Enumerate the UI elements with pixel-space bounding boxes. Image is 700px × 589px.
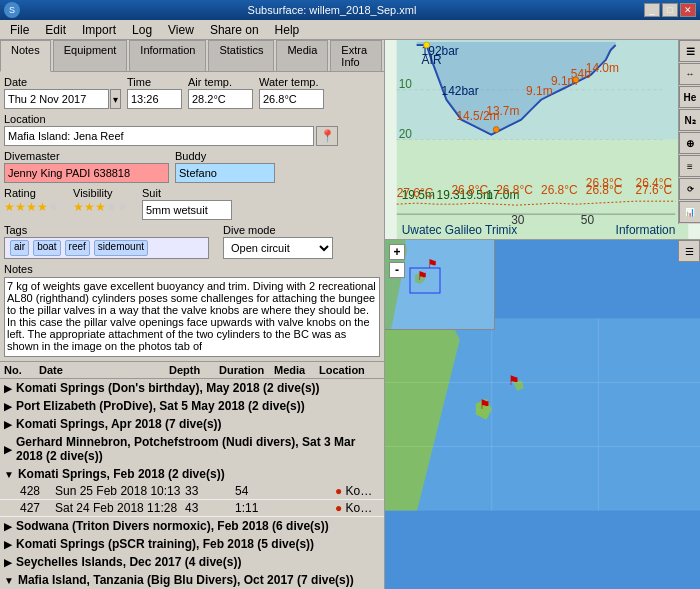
svg-text:27.6°C: 27.6°C	[397, 186, 434, 200]
time-input[interactable]	[127, 89, 182, 109]
group-portelizabeth[interactable]: ▶ Port Elizabeth (ProDive), Sat 5 May 20…	[0, 397, 384, 415]
svg-point-28	[573, 77, 579, 83]
group-sodwana[interactable]: ▶ Sodwana (Triton Divers normoxic), Feb …	[0, 517, 384, 535]
notes-textarea[interactable]: 7 kg of weights gave excellent buoyancy …	[4, 277, 380, 357]
group-label: Komati Springs, Feb 2018 (2 dive(s))	[18, 467, 225, 481]
menu-edit[interactable]: Edit	[37, 21, 74, 39]
buddy-input[interactable]	[175, 163, 275, 183]
dive-location: ● Komati Springs	[335, 484, 380, 498]
tab-bar: Notes Equipment Information Statistics M…	[0, 40, 384, 72]
toolbar-btn-he[interactable]: He	[679, 86, 700, 108]
map-menu-button[interactable]: ☰	[678, 240, 700, 262]
svg-text:AIR: AIR	[422, 53, 442, 67]
toolbar-btn-n2[interactable]: N₂	[679, 109, 700, 131]
date-label: Date	[4, 76, 121, 88]
expand-icon: ▶	[4, 557, 12, 568]
suit-label: Suit	[142, 187, 232, 199]
toolbar-btn-resize[interactable]: ↔	[679, 63, 700, 85]
col-header-no: No.	[4, 364, 39, 376]
menubar: File Edit Import Log View Share on Help	[0, 20, 700, 40]
divemode-select[interactable]: Open circuit	[223, 237, 333, 259]
tab-information[interactable]: Information	[129, 40, 206, 71]
menu-shareon[interactable]: Share on	[202, 21, 267, 39]
tags-container[interactable]: air boat reef sidemount	[4, 237, 209, 259]
graph-svg: 10 20 192bar AIR 142bar 14.5/2m 13.7m 9.…	[385, 40, 700, 239]
expand-icon: ▶	[4, 401, 12, 412]
tag-boat: boat	[33, 240, 60, 256]
minimize-button[interactable]: _	[644, 3, 660, 17]
app-icon: S	[4, 2, 20, 18]
divemode-label: Dive mode	[223, 224, 333, 236]
rating-stars[interactable]: ★★★★★	[4, 200, 59, 214]
date-input[interactable]	[4, 89, 109, 109]
tag-air: air	[10, 240, 29, 256]
group-gerhard[interactable]: ▶ Gerhard Minnebron, Potchefstroom (Nudi…	[0, 433, 384, 465]
hamburger-icon: ☰	[685, 246, 694, 257]
divemaster-input[interactable]	[4, 163, 169, 183]
svg-text:26.8°C: 26.8°C	[541, 183, 578, 197]
group-seychelles[interactable]: ▶ Seychelles Islands, Dec 2017 (4 dive(s…	[0, 553, 384, 571]
zoom-in-button[interactable]: +	[389, 244, 405, 260]
tab-media[interactable]: Media	[276, 40, 328, 71]
group-komati4[interactable]: ▶ Komati Springs (pSCR training), Feb 20…	[0, 535, 384, 553]
toolbar-btn-menu[interactable]: ☰	[679, 40, 700, 62]
dive-number: 427	[20, 501, 55, 515]
col-header-date: Date	[39, 364, 169, 376]
svg-point-26	[424, 42, 430, 48]
location-map-button[interactable]: 📍	[316, 126, 338, 146]
toolbar-btn-extra2[interactable]: 📊	[679, 201, 700, 223]
tag-reef: reef	[65, 240, 90, 256]
tab-notes[interactable]: Notes	[0, 40, 51, 72]
group-label: Sodwana (Triton Divers normoxic), Feb 20…	[16, 519, 329, 533]
suit-input[interactable]	[142, 200, 232, 220]
dive-row[interactable]: 428 Sun 25 Feb 2018 10:13 33 54 ● Komati…	[0, 483, 384, 500]
group-komati1[interactable]: ▶ Komati Springs (Don's birthday), May 2…	[0, 379, 384, 397]
location-input[interactable]	[4, 126, 314, 146]
tab-extrainfo[interactable]: Extra Info	[330, 40, 382, 71]
svg-text:20: 20	[399, 127, 413, 141]
dive-duration: 1:11	[235, 501, 290, 515]
group-mafia[interactable]: ▼ Mafia Island, Tanzania (Big Blu Divers…	[0, 571, 384, 589]
group-komati3[interactable]: ▼ Komati Springs, Feb 2018 (2 dive(s))	[0, 465, 384, 483]
menu-import[interactable]: Import	[74, 21, 124, 39]
menu-view[interactable]: View	[160, 21, 202, 39]
menu-log[interactable]: Log	[124, 21, 160, 39]
dive-depth: 43	[185, 501, 235, 515]
toolbar-btn-add[interactable]: ⊕	[679, 132, 700, 154]
expand-icon: ▶	[4, 444, 12, 455]
tab-equipment[interactable]: Equipment	[53, 40, 128, 71]
group-komati2[interactable]: ▶ Komati Springs, Apr 2018 (7 dive(s))	[0, 415, 384, 433]
menu-file[interactable]: File	[2, 21, 37, 39]
toolbar-btn-extra[interactable]: ⟳	[679, 178, 700, 200]
svg-text:26.8°C: 26.8°C	[496, 183, 533, 197]
date-spinner[interactable]: ▾	[110, 89, 121, 109]
minimap: ⚑ ⚑ + -	[385, 240, 495, 330]
airtemp-input[interactable]	[188, 89, 253, 109]
dive-depth: 33	[185, 484, 235, 498]
svg-text:26.8°C: 26.8°C	[586, 176, 623, 190]
toolbar-btn-list[interactable]: ≡	[679, 155, 700, 177]
svg-text:Information: Information	[616, 223, 676, 237]
close-button[interactable]: ✕	[680, 3, 696, 17]
visibility-stars[interactable]: ★★★★★	[73, 200, 128, 214]
expand-icon: ▼	[4, 469, 14, 480]
group-label: Komati Springs (pSCR training), Feb 2018…	[16, 537, 314, 551]
dive-graph: 10 20 192bar AIR 142bar 14.5/2m 13.7m 9.…	[385, 40, 700, 240]
col-header-media: Media	[274, 364, 319, 376]
watertemp-input[interactable]	[259, 89, 324, 109]
menu-help[interactable]: Help	[267, 21, 308, 39]
col-header-depth: Depth	[169, 364, 219, 376]
watertemp-label: Water temp.	[259, 76, 324, 88]
svg-text:⚑: ⚑	[479, 397, 491, 412]
dive-location: ● Komati Springs	[335, 501, 380, 515]
group-label: Mafia Island, Tanzania (Big Blu Divers),…	[18, 573, 354, 587]
tab-statistics[interactable]: Statistics	[208, 40, 274, 71]
svg-text:13.7m: 13.7m	[486, 104, 519, 118]
col-header-location: Location	[319, 364, 380, 376]
dive-row[interactable]: 427 Sat 24 Feb 2018 11:28 43 1:11 ● Koma…	[0, 500, 384, 517]
notes-label: Notes	[4, 263, 380, 275]
dive-duration: 54	[235, 484, 290, 498]
svg-text:⚑: ⚑	[417, 269, 428, 283]
maximize-button[interactable]: □	[662, 3, 678, 17]
zoom-out-button[interactable]: -	[389, 262, 405, 278]
